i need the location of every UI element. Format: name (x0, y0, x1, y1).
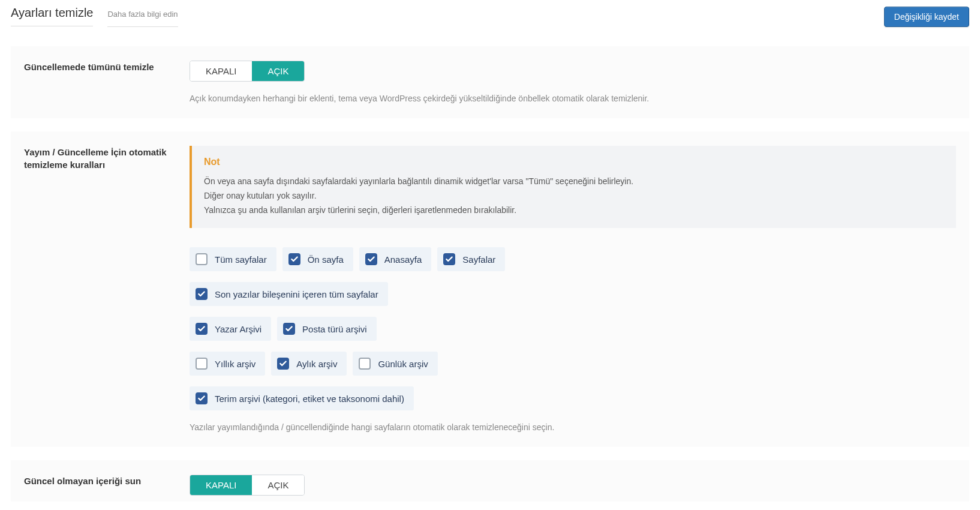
section-label: Yayım / Güncelleme İçin otomatik temizle… (24, 146, 178, 434)
note-line: Yalnızca şu anda kullanılan arşiv türler… (204, 203, 944, 218)
checkbox-checked-icon (196, 323, 208, 335)
section-body: KAPALI AÇIK (190, 475, 956, 496)
checkbox-label: Ön sayfa (308, 254, 344, 265)
checkbox-label: Günlük arşiv (378, 359, 428, 369)
note-box: Not Ön veya ana sayfa dışındaki sayfalar… (190, 146, 956, 228)
toggle-on[interactable]: AÇIK (252, 61, 304, 81)
section-auto-purge-rules: Yayım / Güncelleme İçin otomatik temizle… (11, 131, 969, 447)
checkbox-label: Yıllık arşiv (215, 359, 255, 369)
section-body: Not Ön veya ana sayfa dışındaki sayfalar… (190, 146, 956, 434)
checkbox-item[interactable]: Sayfalar (437, 247, 505, 271)
save-button[interactable]: Değişikliği kaydet (884, 7, 969, 27)
section-serve-stale: Güncel olmayan içeriği sun KAPALI AÇIK (11, 460, 969, 502)
checkbox-unchecked-icon (359, 358, 371, 370)
checkbox-checked-icon (288, 253, 300, 265)
checkbox-label: Son yazılar bileşenini içeren tüm sayfal… (215, 289, 378, 299)
checkbox-unchecked-icon (196, 253, 208, 265)
checkbox-row: Terim arşivi (kategori, etiket ve takson… (190, 386, 956, 410)
checkbox-checked-icon (277, 358, 289, 370)
checkbox-item[interactable]: Günlük arşiv (353, 352, 437, 376)
checkbox-item[interactable]: Posta türü arşivi (277, 317, 377, 341)
checkbox-item[interactable]: Ön sayfa (282, 247, 353, 271)
toggle-off[interactable]: KAPALI (190, 475, 252, 495)
toggle-serve-stale: KAPALI AÇIK (190, 475, 305, 496)
section-desc: Yazılar yayımlandığında / güncellendiğin… (190, 421, 956, 434)
checkbox-label: Terim arşivi (kategori, etiket ve takson… (215, 394, 404, 404)
checkbox-item[interactable]: Aylık arşiv (271, 352, 347, 376)
checkbox-item[interactable]: Anasayfa (359, 247, 432, 271)
checkbox-item[interactable]: Yazar Arşivi (190, 317, 271, 341)
checkbox-row: Yazar ArşiviPosta türü arşivi (190, 317, 956, 341)
section-desc: Açık konumdayken herhangi bir eklenti, t… (190, 92, 956, 105)
checkbox-checked-icon (196, 288, 208, 300)
toggle-off[interactable]: KAPALI (190, 61, 252, 81)
checkbox-row: Yıllık arşivAylık arşivGünlük arşiv (190, 352, 956, 376)
checkbox-grid: Tüm sayfalarÖn sayfaAnasayfaSayfalarSon … (190, 247, 956, 410)
checkbox-label: Tüm sayfalar (215, 254, 267, 265)
header-left: Ayarları temizle Daha fazla bilgi edin (11, 6, 178, 27)
section-label: Güncel olmayan içeriği sun (24, 475, 178, 496)
header: Ayarları temizle Daha fazla bilgi edin D… (11, 2, 969, 33)
section-body: KAPALI AÇIK Açık konumdayken herhangi bi… (190, 61, 956, 105)
checkbox-label: Aylık arşiv (296, 359, 337, 369)
checkbox-checked-icon (443, 253, 455, 265)
checkbox-item[interactable]: Tüm sayfalar (190, 247, 276, 271)
checkbox-row: Son yazılar bileşenini içeren tüm sayfal… (190, 282, 956, 306)
toggle-purge-on-update: KAPALI AÇIK (190, 61, 305, 82)
learn-more-link[interactable]: Daha fazla bilgi edin (107, 10, 178, 27)
section-purge-on-update: Güncellemede tümünü temizle KAPALI AÇIK … (11, 46, 969, 118)
checkbox-item[interactable]: Terim arşivi (kategori, etiket ve takson… (190, 386, 414, 410)
toggle-on[interactable]: AÇIK (252, 475, 304, 495)
checkbox-checked-icon (196, 392, 208, 404)
checkbox-item[interactable]: Son yazılar bileşenini içeren tüm sayfal… (190, 282, 388, 306)
checkbox-unchecked-icon (196, 358, 208, 370)
checkbox-label: Sayfalar (462, 254, 495, 265)
checkbox-label: Anasayfa (384, 254, 422, 265)
note-line: Diğer onay kutuları yok sayılır. (204, 189, 944, 203)
checkbox-label: Posta türü arşivi (302, 324, 367, 334)
checkbox-label: Yazar Arşivi (215, 324, 261, 334)
note-title: Not (204, 157, 944, 167)
checkbox-checked-icon (283, 323, 295, 335)
checkbox-item[interactable]: Yıllık arşiv (190, 352, 265, 376)
note-line: Ön veya ana sayfa dışındaki sayfalardaki… (204, 175, 944, 189)
section-label: Güncellemede tümünü temizle (24, 61, 178, 105)
checkbox-checked-icon (365, 253, 377, 265)
checkbox-row: Tüm sayfalarÖn sayfaAnasayfaSayfalar (190, 247, 956, 271)
page-title: Ayarları temizle (11, 6, 93, 26)
